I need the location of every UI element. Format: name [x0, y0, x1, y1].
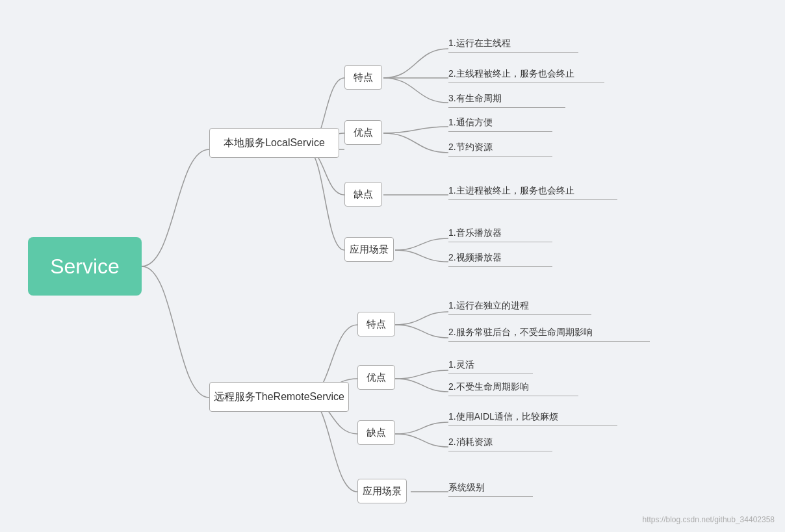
remote-pro-2: 2.不受生命周期影响	[448, 381, 578, 396]
remote-con-2: 2.消耗资源	[448, 437, 552, 451]
watermark: https://blog.csdn.net/github_34402358	[643, 515, 775, 524]
root-label: Service	[50, 255, 120, 279]
remote-pro-1: 1.灵活	[448, 359, 533, 374]
local-features-label: 特点	[344, 65, 382, 90]
local-pro-2: 2.节约资源	[448, 142, 552, 157]
local-service-node: 本地服务LocalService	[209, 128, 339, 158]
mind-map-canvas: Service 本地服务LocalService 远程服务TheRemoteSe…	[0, 0, 785, 532]
local-pro-1: 1.通信方便	[448, 117, 552, 132]
remote-feature-1: 1.运行在独立的进程	[448, 300, 591, 315]
local-con-1: 1.主进程被终止，服务也会终止	[448, 185, 617, 200]
local-pros-label: 优点	[344, 120, 382, 145]
remote-cons-label: 缺点	[357, 420, 395, 445]
root-node: Service	[28, 237, 142, 296]
local-feature-1: 1.运行在主线程	[448, 38, 578, 53]
remote-service-node: 远程服务TheRemoteService	[209, 382, 349, 412]
remote-feature-2: 2.服务常驻后台，不受生命周期影响	[448, 327, 650, 342]
remote-features-label: 特点	[357, 312, 395, 336]
local-feature-2: 2.主线程被终止，服务也会终止	[448, 68, 604, 83]
remote-service-label: 远程服务TheRemoteService	[214, 390, 344, 404]
remote-con-1: 1.使用AIDL通信，比较麻烦	[448, 411, 617, 426]
local-service-label: 本地服务LocalService	[224, 136, 325, 150]
local-feature-3: 3.有生命周期	[448, 93, 565, 108]
local-usage-1: 1.音乐播放器	[448, 227, 552, 242]
remote-pros-label: 优点	[357, 365, 395, 390]
local-cons-label: 缺点	[344, 182, 382, 207]
local-usage-label: 应用场景	[344, 237, 394, 262]
remote-usage-1: 系统级别	[448, 482, 533, 497]
remote-usage-label: 应用场景	[357, 479, 407, 503]
local-usage-2: 2.视频播放器	[448, 252, 552, 267]
